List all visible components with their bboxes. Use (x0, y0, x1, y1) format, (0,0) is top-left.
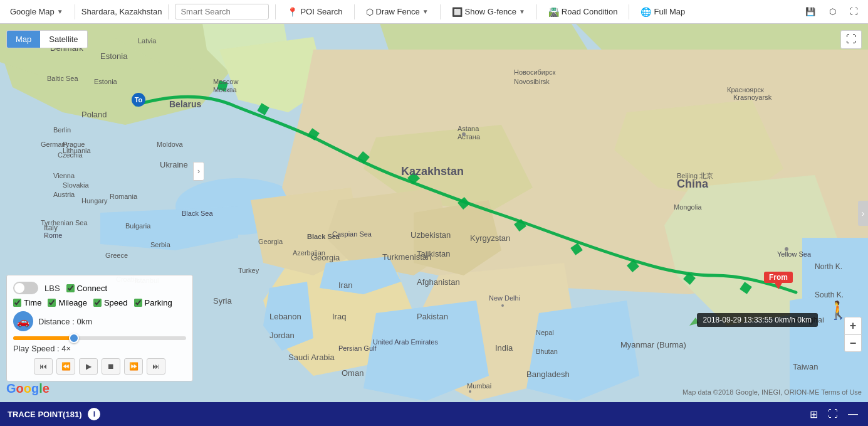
play-button[interactable]: ▶ (79, 358, 98, 375)
from-marker: From (764, 272, 793, 289)
svg-text:Georgia: Georgia (311, 253, 340, 262)
satellite-view-button[interactable]: Satellite (40, 31, 86, 48)
search-section (175, 4, 269, 19)
distance-row: 🚗 Distance : 0km (13, 311, 186, 331)
lbs-label: LBS (44, 284, 60, 293)
copy-icon: ⊞ (810, 409, 818, 420)
svg-text:Belarus: Belarus (169, 99, 202, 109)
svg-text:Новосибирск: Новосибирск (514, 68, 556, 76)
control-panel: LBS Connect Time Mileage Speed Parking (6, 275, 193, 381)
time-checkbox[interactable] (13, 299, 21, 307)
from-bubble: From (764, 272, 793, 283)
svg-text:Mongolia: Mongolia (674, 203, 703, 211)
zoom-controls: + − (844, 317, 862, 352)
svg-text:Georgia: Georgia (258, 238, 283, 245)
external-icon: ⬡ (829, 7, 836, 16)
svg-text:Italy: Italy (44, 223, 58, 232)
map-expand-button[interactable]: ⛶ (840, 30, 862, 49)
toolbar-actions: 💾 ⬡ ⛶ (800, 4, 863, 19)
skip-forward-button[interactable]: ⏭ (147, 358, 165, 375)
svg-text:South K.: South K. (815, 290, 844, 299)
road-icon: 🛣️ (548, 7, 559, 17)
location-section: Shardara, Kazakhstan (81, 7, 162, 16)
mileage-checkbox-label[interactable]: Mileage (48, 298, 87, 307)
poi-icon: 📍 (287, 7, 298, 17)
play-icon: ▶ (86, 362, 92, 371)
rewind-button[interactable]: ⏪ (56, 358, 75, 375)
poi-search-button[interactable]: 📍 POI Search (282, 4, 347, 19)
svg-text:Oman: Oman (342, 368, 363, 378)
road-condition-label: Road Condition (562, 7, 618, 16)
svg-text:Novosibirsk: Novosibirsk (514, 78, 550, 85)
to-marker: To (132, 93, 145, 107)
info-icon-button[interactable]: i (88, 408, 100, 420)
lbs-toggle[interactable] (13, 282, 38, 294)
progress-track[interactable] (13, 336, 186, 340)
bottom-minimize-button[interactable]: — (845, 406, 860, 423)
svg-text:Iran: Iran (338, 280, 352, 290)
divider-7 (629, 4, 629, 19)
svg-text:China: China (677, 178, 709, 190)
svg-text:Afghanistan: Afghanistan (417, 277, 460, 287)
map-view-button[interactable]: Map (7, 31, 40, 48)
right-expand-button[interactable]: › (858, 201, 868, 226)
svg-text:Caspian Sea: Caspian Sea (332, 230, 372, 238)
svg-text:Krasnoyarsk: Krasnoyarsk (733, 93, 772, 101)
avatar-icon: 🚗 (17, 316, 29, 327)
parking-checkbox[interactable] (134, 299, 142, 307)
fullscreen-button[interactable]: ⛶ (845, 4, 863, 19)
zoom-out-button[interactable]: − (844, 334, 862, 352)
svg-text:Bangladesh: Bangladesh (526, 370, 570, 379)
external-link-button[interactable]: ⬡ (824, 4, 841, 19)
forward-icon: ⏩ (129, 362, 139, 371)
skip-forward-icon: ⏭ (152, 362, 160, 371)
mileage-label: Mileage (58, 298, 87, 307)
google-logo: Google (6, 381, 50, 396)
gfence-label: Show G-fence (465, 7, 516, 16)
svg-text:Bhutan: Bhutan (536, 348, 558, 355)
bottom-minimize-icon: — (848, 408, 858, 419)
connect-checkbox[interactable] (66, 284, 75, 292)
draw-fence-caret: ▼ (422, 8, 429, 15)
svg-point-89 (45, 235, 48, 237)
svg-text:Moscow: Moscow (213, 78, 238, 85)
zoom-out-icon: − (850, 337, 857, 350)
stop-button[interactable]: ⏹ (102, 358, 120, 375)
speed-checkbox-label[interactable]: Speed (93, 298, 128, 307)
to-bubble: To (132, 93, 145, 107)
collapse-panel-button[interactable]: › (193, 162, 204, 181)
location-label: Shardara, Kazakhstan (81, 7, 162, 16)
svg-text:Lebanon: Lebanon (269, 312, 301, 321)
road-condition-button[interactable]: 🛣️ Road Condition (543, 4, 623, 19)
connect-checkbox-label[interactable]: Connect (66, 284, 107, 293)
svg-text:Астана: Астана (458, 133, 481, 141)
show-gfence-button[interactable]: 🔲 Show G-fence ▼ (447, 4, 530, 19)
time-checkbox-label[interactable]: Time (13, 298, 41, 307)
svg-text:Slovakia: Slovakia (63, 181, 89, 189)
svg-text:Prague: Prague (63, 141, 85, 148)
parking-checkbox-label[interactable]: Parking (134, 298, 172, 307)
svg-text:Uzbekistan: Uzbekistan (410, 230, 451, 240)
draw-fence-button[interactable]: ⬡ Draw Fence ▼ (361, 4, 434, 19)
avatar: 🚗 (13, 311, 33, 331)
bottom-right-icons: ⊞ ⛶ — (807, 406, 860, 423)
forward-button[interactable]: ⏩ (124, 358, 143, 375)
speed-checkbox[interactable] (93, 299, 102, 307)
full-map-label: Full Map (654, 7, 685, 16)
map-container[interactable]: Poland Germany Ukraine Romania Bulgaria … (0, 24, 868, 402)
bottom-expand-button[interactable]: ⛶ (825, 406, 840, 423)
full-map-button[interactable]: 🌐 Full Map (635, 4, 690, 19)
svg-text:Syria: Syria (213, 296, 232, 306)
svg-text:Black Sea: Black Sea (182, 210, 213, 217)
divider-1 (75, 4, 75, 19)
parking-label: Parking (145, 298, 172, 307)
mileage-checkbox[interactable] (48, 299, 56, 307)
google-map-button[interactable]: Google Map ▼ (5, 4, 68, 19)
map-type-toggle: Map Satellite (6, 30, 88, 48)
svg-point-93 (469, 390, 471, 393)
copy-icon-button[interactable]: ⊞ (807, 406, 820, 423)
skip-back-button[interactable]: ⏮ (34, 358, 53, 375)
save-button[interactable]: 💾 (800, 4, 820, 19)
smart-search-input[interactable] (175, 4, 269, 19)
progress-thumb[interactable] (69, 333, 79, 343)
